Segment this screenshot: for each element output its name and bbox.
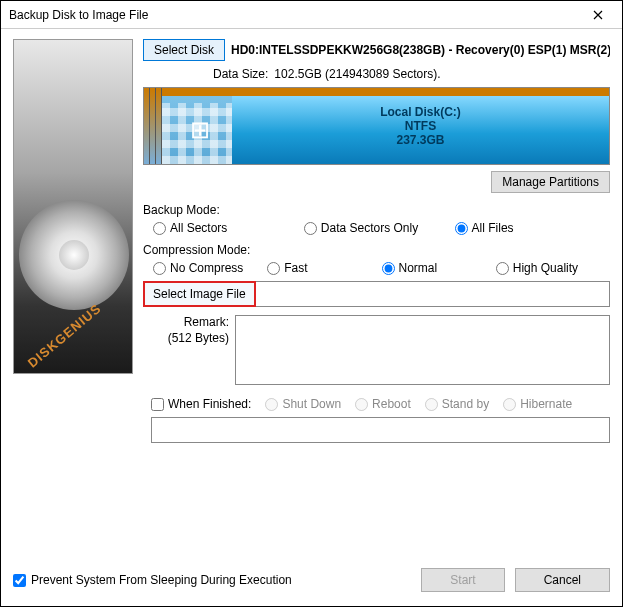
data-size-label: Data Size: bbox=[213, 67, 268, 81]
remark-label: Remark: bbox=[143, 315, 229, 331]
backup-mode-all-sectors[interactable]: All Sectors bbox=[153, 221, 304, 235]
prevent-sleep-checkbox[interactable]: Prevent System From Sleeping During Exec… bbox=[13, 573, 421, 587]
select-image-file-button[interactable]: Select Image File bbox=[143, 281, 256, 307]
image-file-path-input[interactable] bbox=[256, 281, 610, 307]
close-icon bbox=[593, 10, 603, 20]
backup-mode-data-only[interactable]: Data Sectors Only bbox=[304, 221, 455, 235]
compression-mode-label: Compression Mode: bbox=[143, 243, 610, 257]
title-bar: Backup Disk to Image File bbox=[1, 1, 622, 29]
compression-normal[interactable]: Normal bbox=[382, 261, 496, 275]
partition-fs: NTFS bbox=[405, 119, 436, 133]
manage-partitions-button[interactable]: Manage Partitions bbox=[491, 171, 610, 193]
brand-label: DISKGENIUS bbox=[25, 301, 104, 371]
output-file-input[interactable] bbox=[151, 417, 610, 443]
when-finished-reboot: Reboot bbox=[355, 397, 411, 411]
cancel-button[interactable]: Cancel bbox=[515, 568, 610, 592]
when-finished-hibernate: Hibernate bbox=[503, 397, 572, 411]
when-finished-checkbox[interactable]: When Finished: bbox=[151, 397, 251, 411]
start-button: Start bbox=[421, 568, 504, 592]
when-finished-shutdown: Shut Down bbox=[265, 397, 341, 411]
disk-info-text: HD0:INTELSSDPEKKW256G8(238GB) - Recovery… bbox=[231, 43, 610, 57]
partition-bar: ⊞ Local Disk(C:) NTFS 237.3GB bbox=[143, 87, 610, 165]
compression-high[interactable]: High Quality bbox=[496, 261, 610, 275]
backup-mode-all-files[interactable]: All Files bbox=[455, 221, 606, 235]
windows-icon: ⊞ bbox=[190, 116, 210, 144]
partition-name: Local Disk(C:) bbox=[380, 105, 461, 119]
when-finished-standby: Stand by bbox=[425, 397, 489, 411]
backup-mode-label: Backup Mode: bbox=[143, 203, 610, 217]
remark-bytes-label: (512 Bytes) bbox=[143, 331, 229, 347]
window-title: Backup Disk to Image File bbox=[9, 8, 578, 22]
data-size-value: 102.5GB (214943089 Sectors). bbox=[274, 67, 440, 81]
disk-illustration: DISKGENIUS bbox=[13, 39, 133, 374]
compression-fast[interactable]: Fast bbox=[267, 261, 381, 275]
remark-textarea[interactable] bbox=[235, 315, 610, 385]
select-disk-button[interactable]: Select Disk bbox=[143, 39, 225, 61]
partition-size: 237.3GB bbox=[396, 133, 444, 147]
close-button[interactable] bbox=[578, 1, 618, 28]
compression-none[interactable]: No Compress bbox=[153, 261, 267, 275]
